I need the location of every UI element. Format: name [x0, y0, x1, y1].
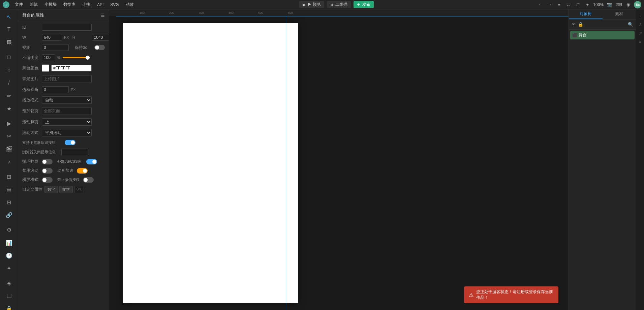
sidebar-link-tool[interactable]: 🔗 [2, 209, 16, 221]
tree-search-icon[interactable]: 🔍 [628, 22, 633, 27]
far-right-icon-1[interactable]: ↕ [637, 12, 644, 19]
sidebar-magic-tool[interactable]: ✦ [2, 262, 16, 274]
border-radius-label: 边框圆角 [22, 87, 40, 93]
id-input[interactable] [42, 24, 92, 31]
disable-wechat-toggle[interactable] [83, 177, 94, 183]
settings-icon[interactable]: ◉ [624, 1, 632, 8]
qrcode-button[interactable]: ⠿ 二维码 [327, 1, 351, 8]
animation-accel-label: 动画加速 [57, 168, 75, 174]
qrcode-icon: ⠿ [330, 2, 333, 7]
sidebar-image-tool[interactable]: 🖼 [2, 36, 16, 49]
sidebar-filter-tool[interactable]: ◈ [2, 277, 16, 289]
sidebar-play-tool[interactable]: ▶ [2, 117, 16, 129]
panel-menu-icon[interactable]: ☰ [101, 13, 105, 18]
custom-props-text-btn[interactable]: 文本 [59, 186, 73, 193]
sidebar-video-tool[interactable]: 🎬 [2, 143, 16, 155]
distance-input[interactable] [42, 44, 69, 51]
playmode-label: 播放模式 [22, 97, 40, 103]
scroll-page-select[interactable]: 上 下 左 右 [42, 118, 92, 126]
landscape-toggle[interactable] [42, 177, 53, 183]
tab-object-tree[interactable]: 对象树 [569, 9, 603, 19]
sidebar-components[interactable]: ⊞ [2, 170, 16, 183]
keep3d-toggle[interactable] [94, 45, 105, 50]
sidebar-text-tool[interactable]: T [2, 24, 16, 36]
sidebar-crop-tool[interactable]: ✂ [2, 130, 16, 142]
sidebar-layers[interactable]: ▤ [2, 183, 16, 195]
tree-lock-icon[interactable]: 🔒 [578, 22, 583, 27]
tree-stage-label: 舞台 [579, 32, 587, 38]
sidebar-select-tool[interactable]: ↖ [2, 11, 16, 23]
sidebar-data-tool[interactable]: 📊 [2, 237, 16, 249]
menu-api[interactable]: API [94, 2, 106, 8]
sidebar-pen-tool[interactable]: ✏ [2, 90, 16, 102]
id-label: ID [22, 25, 40, 30]
sidebar-group-tool[interactable]: ❑ [2, 290, 16, 302]
playmode-row: 播放模式 自动 手动 循环 [22, 96, 105, 104]
stage[interactable] [123, 23, 298, 303]
right-tab-toolbar: 👁 🔒 🔍 [569, 20, 636, 30]
sidebar-settings2[interactable]: ⚙ [2, 224, 16, 236]
sidebar-rect-tool[interactable]: □ [2, 51, 16, 63]
browser-close-input[interactable] [61, 149, 88, 155]
far-right-icon-4[interactable]: ≡ [637, 38, 644, 45]
menu-connect[interactable]: 连接 [80, 1, 93, 8]
border-radius-input[interactable] [42, 86, 69, 93]
sidebar-star-tool[interactable]: ★ [2, 102, 16, 115]
keyboard-icon[interactable]: ⌨ [615, 1, 622, 8]
window-icon[interactable]: □ [574, 1, 582, 8]
grid-icon[interactable]: ⠿ [565, 1, 572, 8]
bg-image-upload[interactable]: 上传图片 [42, 75, 92, 83]
toolbar-right: ← → ≡ ⠿ □ + 100% 📷 ⌨ ◉ Ea [536, 1, 641, 8]
h-input[interactable] [92, 34, 109, 41]
tab-assets[interactable]: 素材 [603, 9, 636, 19]
sidebar-line-tool[interactable]: / [2, 77, 16, 89]
playmode-select[interactable]: 自动 手动 循环 [42, 96, 92, 104]
menu-svg[interactable]: SVG [108, 2, 121, 8]
undo-button[interactable]: ← [536, 1, 544, 8]
far-right-icon-2[interactable]: ↗ [637, 21, 644, 28]
sidebar-music-tool[interactable]: ♪ [2, 156, 16, 168]
external-js-toggle[interactable] [86, 159, 97, 164]
panel-title: 舞台的属性 [22, 12, 44, 18]
align-icon[interactable]: ≡ [555, 1, 563, 8]
stage-color-input[interactable] [51, 65, 92, 71]
w-input[interactable] [42, 34, 62, 41]
sidebar-grid2[interactable]: ⊟ [2, 196, 16, 208]
animation-accel-toggle[interactable] [77, 168, 88, 174]
preload-row: 预加载页 全部页面 [22, 107, 105, 115]
redo-button[interactable]: → [546, 1, 553, 8]
right-tree: ⬛ 舞台 [569, 30, 636, 310]
user-avatar[interactable]: Ea [634, 1, 641, 8]
notification-icon: ⚠ [469, 292, 473, 298]
opacity-input[interactable] [42, 54, 55, 61]
color-swatch[interactable] [42, 64, 49, 72]
bg-image-row: 背景图片 上传图片 [22, 75, 105, 83]
opacity-slider[interactable] [63, 57, 90, 58]
app-logo[interactable]: i [3, 1, 9, 8]
tree-eye-icon[interactable]: 👁 [572, 22, 576, 27]
sidebar-circle-tool[interactable]: ○ [2, 64, 16, 76]
tree-stage-item[interactable]: ⬛ 舞台 [570, 31, 635, 39]
top-menubar: i 文件 编辑 小模块 数据库 连接 API SVG 动效 ▶ ▶ 预览 ⠿ 二… [0, 0, 644, 9]
sidebar-time-tool[interactable]: 🕐 [2, 249, 16, 261]
menu-edit[interactable]: 编辑 [27, 1, 40, 8]
menu-db[interactable]: 数据库 [61, 1, 78, 8]
custom-props-row: 自定义属性 数字 文本 0/1 [22, 186, 105, 193]
far-right-icon-3[interactable]: ⊞ [637, 30, 644, 36]
menu-modules[interactable]: 小模块 [42, 1, 59, 8]
browser-back-row: 支持浏览器后退按钮 [22, 140, 105, 145]
menu-animation[interactable]: 动效 [123, 1, 136, 8]
menu-file[interactable]: 文件 [12, 1, 26, 8]
canvas-area: 100 200 300 400 500 600 ⚠ 您正处于游客状态！请注册或登… [109, 9, 569, 310]
scroll-mode-select[interactable]: 平滑滚动 翻页滚动 [42, 129, 92, 136]
browser-back-toggle[interactable] [65, 140, 75, 145]
opacity-unit: % [57, 56, 61, 60]
publish-button[interactable]: ✈ 发布 [354, 1, 374, 8]
disable-scroll-toggle[interactable] [42, 168, 53, 174]
custom-props-num-btn[interactable]: 数字 [44, 186, 58, 193]
camera-icon[interactable]: 📷 [606, 1, 613, 8]
loop-page-toggle[interactable] [42, 159, 53, 164]
zoom-in-icon[interactable]: + [584, 1, 591, 8]
preview-button[interactable]: ▶ ▶ 预览 [299, 1, 324, 8]
sidebar-lock-tool[interactable]: 🔒 [2, 303, 16, 310]
